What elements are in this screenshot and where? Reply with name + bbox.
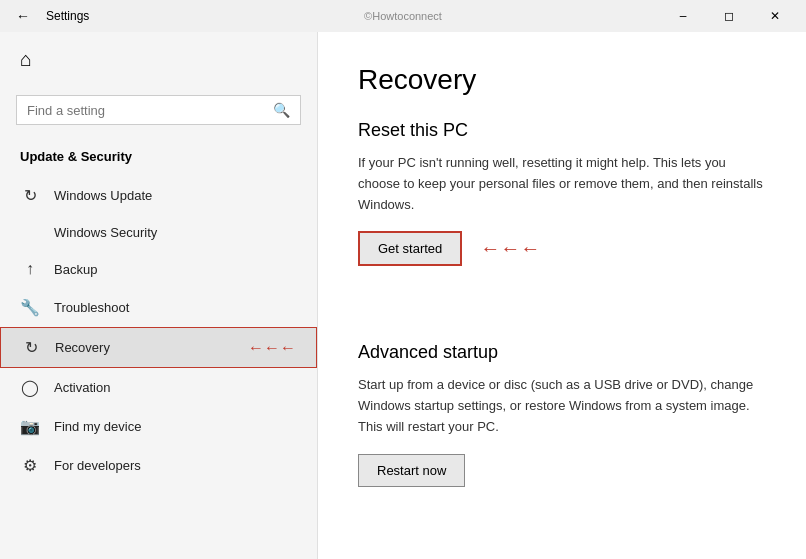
- window-controls: – ◻ ✕: [660, 0, 798, 32]
- windows-update-icon: ↻: [20, 186, 40, 205]
- window-title: Settings: [46, 9, 89, 23]
- sidebar-item-windows-security[interactable]: Windows Security: [0, 215, 317, 250]
- reset-this-pc-desc: If your PC isn't running well, resetting…: [358, 153, 766, 215]
- back-button[interactable]: ←: [8, 4, 38, 28]
- sidebar-item-label: Find my device: [54, 419, 141, 434]
- sidebar-item-label: Windows Security: [54, 225, 157, 240]
- search-icon: 🔍: [273, 102, 290, 118]
- troubleshoot-icon: 🔧: [20, 298, 40, 317]
- sidebar-item-label: Recovery: [55, 340, 110, 355]
- home-icon[interactable]: ⌂: [0, 32, 317, 87]
- sidebar-item-backup[interactable]: ↑ Backup: [0, 250, 317, 288]
- backup-icon: ↑: [20, 260, 40, 278]
- minimize-button[interactable]: –: [660, 0, 706, 32]
- sidebar-item-label: Windows Update: [54, 188, 152, 203]
- divider-1: [358, 294, 766, 314]
- restart-now-button[interactable]: Restart now: [358, 454, 465, 487]
- watermark: ©Howtoconnect: [364, 10, 442, 22]
- sidebar-item-label: Activation: [54, 380, 110, 395]
- get-started-button[interactable]: Get started: [358, 231, 462, 266]
- sidebar: ⌂ 🔍 Update & Security ↻ Windows Update W…: [0, 32, 318, 559]
- search-input[interactable]: [27, 103, 273, 118]
- divider-2: [358, 515, 766, 535]
- sidebar-item-label: Troubleshoot: [54, 300, 129, 315]
- activation-icon: ◯: [20, 378, 40, 397]
- search-box[interactable]: 🔍: [16, 95, 301, 125]
- title-bar-left: ← Settings: [8, 4, 89, 28]
- sidebar-item-label: Backup: [54, 262, 97, 277]
- main-content: Recovery Reset this PC If your PC isn't …: [318, 32, 806, 559]
- recovery-arrow: ←←←: [248, 339, 296, 357]
- sidebar-item-for-developers[interactable]: ⚙ For developers: [0, 446, 317, 485]
- content-area: ⌂ 🔍 Update & Security ↻ Windows Update W…: [0, 32, 806, 559]
- page-title: Recovery: [358, 64, 766, 96]
- maximize-button[interactable]: ◻: [706, 0, 752, 32]
- advanced-startup-title: Advanced startup: [358, 342, 766, 363]
- sidebar-item-activation[interactable]: ◯ Activation: [0, 368, 317, 407]
- find-my-device-icon: 📷: [20, 417, 40, 436]
- close-button[interactable]: ✕: [752, 0, 798, 32]
- sidebar-item-find-my-device[interactable]: 📷 Find my device: [0, 407, 317, 446]
- reset-this-pc-title: Reset this PC: [358, 120, 766, 141]
- for-developers-icon: ⚙: [20, 456, 40, 475]
- get-started-arrow: ←←←: [480, 237, 540, 260]
- sidebar-item-windows-update[interactable]: ↻ Windows Update: [0, 176, 317, 215]
- title-bar: ← Settings ©Howtoconnect – ◻ ✕: [0, 0, 806, 32]
- sidebar-section-title: Update & Security: [0, 141, 317, 176]
- sidebar-item-troubleshoot[interactable]: 🔧 Troubleshoot: [0, 288, 317, 327]
- recovery-icon: ↻: [21, 338, 41, 357]
- sidebar-item-recovery[interactable]: ↻ Recovery ←←←: [0, 327, 317, 368]
- advanced-startup-desc: Start up from a device or disc (such as …: [358, 375, 766, 437]
- get-started-row: Get started ←←←: [358, 231, 766, 266]
- sidebar-item-label: For developers: [54, 458, 141, 473]
